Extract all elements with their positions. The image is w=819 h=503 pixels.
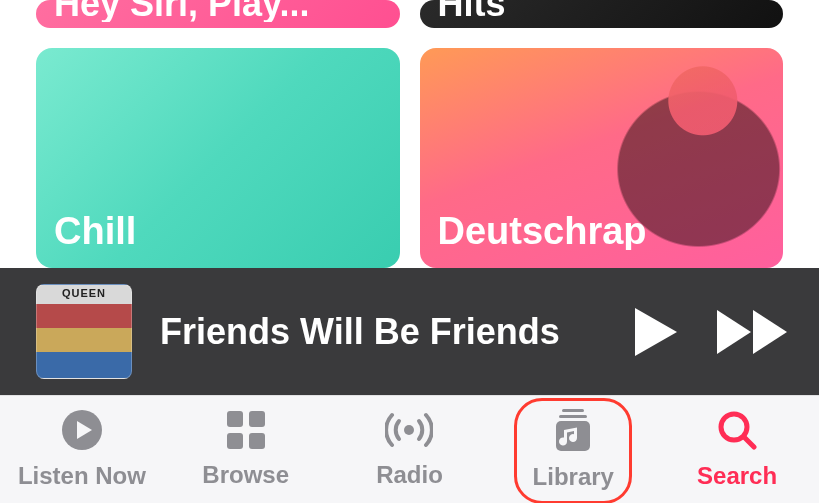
svg-rect-1	[227, 411, 243, 427]
svg-point-5	[404, 425, 414, 435]
svg-rect-2	[249, 411, 265, 427]
tab-label: Browse	[202, 461, 289, 489]
play-button[interactable]	[635, 308, 677, 356]
svg-line-10	[744, 437, 754, 447]
search-icon	[717, 410, 757, 454]
tab-listen-now[interactable]: Listen Now	[0, 396, 164, 503]
grid-icon	[227, 411, 265, 453]
now-playing-title: Friends Will Be Friends	[160, 311, 607, 353]
mini-player[interactable]: Friends Will Be Friends	[0, 268, 819, 395]
tab-bar: Listen Now Browse Radio	[0, 395, 819, 503]
card-deutschrap[interactable]: Deutschrap	[420, 48, 784, 268]
card-hits[interactable]: Hits	[420, 0, 784, 28]
card-label: Deutschrap	[438, 212, 647, 250]
card-label: Hey Siri, Play...	[54, 0, 309, 22]
card-chill[interactable]: Chill	[36, 48, 400, 268]
tab-label: Listen Now	[18, 462, 146, 490]
card-label: Hits	[438, 0, 506, 22]
tab-search[interactable]: Search	[655, 396, 819, 503]
tab-label: Radio	[376, 461, 443, 489]
svg-rect-4	[249, 433, 265, 449]
skip-forward-button[interactable]	[717, 310, 789, 354]
tab-label: Search	[697, 462, 777, 490]
svg-rect-3	[227, 433, 243, 449]
svg-rect-6	[562, 409, 584, 412]
tab-library[interactable]: Library	[491, 396, 655, 503]
card-label: Chill	[54, 212, 136, 250]
radio-icon	[385, 411, 433, 453]
tab-label: Library	[533, 463, 614, 491]
tab-browse[interactable]: Browse	[164, 396, 328, 503]
svg-rect-8	[556, 421, 590, 451]
album-art[interactable]	[36, 284, 132, 379]
play-circle-icon	[62, 410, 102, 454]
svg-rect-7	[559, 415, 587, 418]
library-icon	[554, 409, 592, 455]
tab-radio[interactable]: Radio	[328, 396, 492, 503]
browse-scroll-area[interactable]: Hey Siri, Play... Hits Chill Deutschrap	[0, 0, 819, 268]
card-hey-siri[interactable]: Hey Siri, Play...	[36, 0, 400, 28]
